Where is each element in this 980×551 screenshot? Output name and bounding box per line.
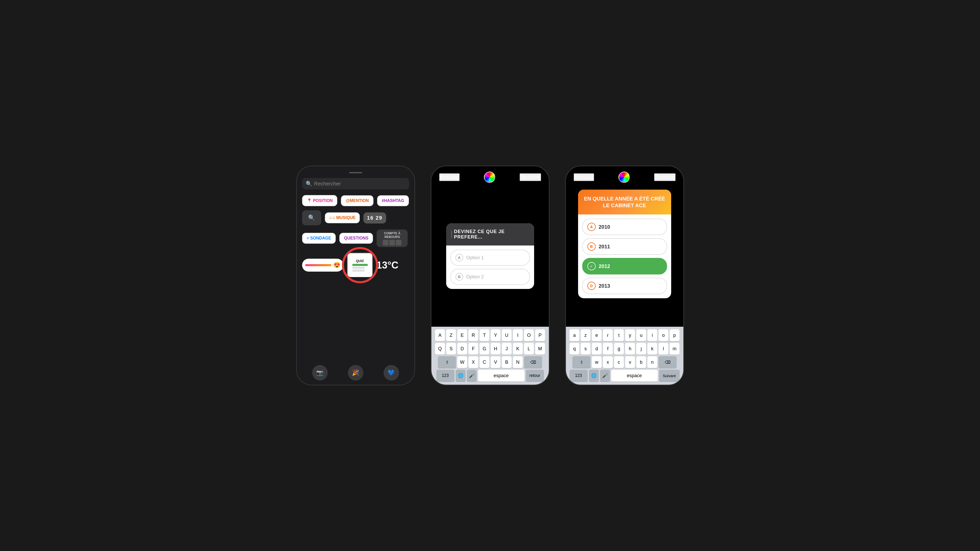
key-globe[interactable]: 🌐 bbox=[456, 369, 466, 382]
key3-y[interactable]: y bbox=[625, 329, 635, 341]
key3-f[interactable]: f bbox=[603, 343, 613, 355]
search-icon: 🔍 bbox=[306, 181, 312, 187]
answer-option-a[interactable]: A 2010 bbox=[582, 218, 667, 235]
key3-a[interactable]: a bbox=[570, 329, 579, 341]
phone-2: Annuler Terminé DEVINEZ CE QUE JE PREFER… bbox=[431, 166, 550, 385]
key3-n[interactable]: n bbox=[648, 356, 657, 368]
key-t[interactable]: T bbox=[479, 329, 489, 341]
sticker-camera-icon[interactable]: 📷 bbox=[312, 365, 328, 381]
key3-r[interactable]: r bbox=[603, 329, 613, 341]
key3-h[interactable]: h bbox=[625, 343, 635, 355]
key3-c[interactable]: c bbox=[614, 356, 624, 368]
key-x[interactable]: X bbox=[468, 356, 478, 368]
key3-m[interactable]: m bbox=[670, 343, 679, 355]
done-button-3[interactable]: Terminé bbox=[654, 173, 675, 181]
key-s[interactable]: S bbox=[446, 343, 456, 355]
key-k[interactable]: K bbox=[513, 343, 523, 355]
key-l[interactable]: L bbox=[524, 343, 534, 355]
key-space[interactable]: espace bbox=[478, 369, 525, 382]
key-r[interactable]: R bbox=[468, 329, 478, 341]
key3-space[interactable]: espace bbox=[611, 369, 658, 382]
key3-suivant[interactable]: Suivant bbox=[659, 369, 680, 382]
color-wheel[interactable] bbox=[484, 172, 495, 183]
sticker-emoji-icon[interactable]: 🎉 bbox=[348, 365, 363, 381]
done-button[interactable]: Terminé bbox=[520, 173, 541, 181]
sticker-heart-icon[interactable]: 💙 bbox=[383, 365, 399, 381]
key3-z[interactable]: z bbox=[581, 329, 590, 341]
key-shift[interactable]: ⇧ bbox=[438, 356, 456, 368]
countdown-sticker[interactable]: COMPTE À REBOURS bbox=[377, 229, 407, 247]
key-b[interactable]: B bbox=[502, 356, 512, 368]
slider-sticker[interactable]: 😍 bbox=[302, 259, 344, 272]
key3-v[interactable]: v bbox=[625, 356, 635, 368]
text-cursor bbox=[451, 231, 452, 238]
temperature-sticker[interactable]: 13°C bbox=[377, 260, 399, 271]
key-o[interactable]: O bbox=[524, 329, 534, 341]
mention-sticker[interactable]: @MENTION bbox=[341, 195, 373, 206]
key-q[interactable]: Q bbox=[435, 343, 445, 355]
answer-option-c[interactable]: ✓ 2012 bbox=[582, 258, 667, 274]
key-n[interactable]: N bbox=[513, 356, 523, 368]
position-sticker[interactable]: 📍 POSITION bbox=[302, 195, 337, 206]
key-123[interactable]: 123 bbox=[436, 369, 455, 382]
key-backspace[interactable]: ⌫ bbox=[524, 356, 542, 368]
key-p[interactable]: P bbox=[535, 329, 545, 341]
key3-x[interactable]: x bbox=[603, 356, 613, 368]
music-sticker[interactable]: ♫♫ MUSIQUE bbox=[325, 212, 360, 223]
key3-t[interactable]: t bbox=[614, 329, 624, 341]
key3-l[interactable]: l bbox=[659, 343, 668, 355]
key3-g[interactable]: g bbox=[614, 343, 624, 355]
key3-e[interactable]: e bbox=[592, 329, 601, 341]
quiz-option-a[interactable]: A Option 1 bbox=[450, 250, 530, 266]
key-y[interactable]: Y bbox=[491, 329, 501, 341]
color-wheel-3[interactable] bbox=[619, 172, 630, 183]
quiz-sticker[interactable]: QUIZ bbox=[347, 253, 373, 277]
hashtag-sticker[interactable]: #HASHTAG bbox=[377, 195, 409, 206]
cancel-button[interactable]: Annuler bbox=[439, 173, 460, 181]
key3-j[interactable]: j bbox=[636, 343, 646, 355]
search-sticker-box[interactable]: 🔍 bbox=[302, 210, 321, 225]
key-return[interactable]: retour bbox=[526, 369, 544, 382]
questions-sticker[interactable]: QUESTIONS bbox=[339, 233, 373, 244]
key3-backspace[interactable]: ⌫ bbox=[659, 356, 677, 368]
key-c[interactable]: C bbox=[479, 356, 489, 368]
key-w[interactable]: W bbox=[457, 356, 467, 368]
key3-mic[interactable]: 🎤 bbox=[600, 369, 610, 382]
key-f[interactable]: F bbox=[468, 343, 478, 355]
key3-p[interactable]: p bbox=[670, 329, 679, 341]
key3-s[interactable]: s bbox=[581, 343, 590, 355]
key-i[interactable]: I bbox=[513, 329, 523, 341]
key3-w[interactable]: w bbox=[592, 356, 601, 368]
quiz-option-b[interactable]: B Option 2 bbox=[450, 269, 530, 285]
key-d[interactable]: D bbox=[457, 343, 467, 355]
key-m[interactable]: M bbox=[535, 343, 545, 355]
answer-text-b: 2011 bbox=[599, 244, 610, 250]
key3-k[interactable]: k bbox=[648, 343, 657, 355]
key3-i[interactable]: i bbox=[648, 329, 657, 341]
cancel-button-3[interactable]: Annuler bbox=[574, 173, 594, 181]
key3-b[interactable]: b bbox=[636, 356, 646, 368]
key3-q[interactable]: q bbox=[570, 343, 579, 355]
quiz-question-area[interactable]: DEVINEZ CE QUE JE PREFERE... bbox=[446, 223, 534, 245]
key-h[interactable]: H bbox=[491, 343, 501, 355]
key3-u[interactable]: u bbox=[636, 329, 646, 341]
search-bar[interactable]: 🔍 Rechercher bbox=[302, 178, 409, 190]
key-u[interactable]: U bbox=[502, 329, 512, 341]
answer-option-d[interactable]: D 2013 bbox=[582, 277, 667, 294]
key-a[interactable]: A bbox=[435, 329, 445, 341]
key-j[interactable]: J bbox=[502, 343, 512, 355]
key-e[interactable]: E bbox=[457, 329, 467, 341]
key-z[interactable]: Z bbox=[446, 329, 456, 341]
key3-123[interactable]: 123 bbox=[570, 369, 588, 382]
sondage-sticker[interactable]: ≡ SONDAGE bbox=[302, 233, 336, 244]
key3-globe[interactable]: 🌐 bbox=[589, 369, 599, 382]
key3-d[interactable]: d bbox=[592, 343, 601, 355]
key-mic[interactable]: 🎤 bbox=[467, 369, 477, 382]
key3-o[interactable]: o bbox=[659, 329, 668, 341]
key-v[interactable]: V bbox=[491, 356, 501, 368]
answer-option-b[interactable]: B 2011 bbox=[582, 238, 667, 255]
sticker-row-2: 🔍 ♫♫ MUSIQUE 16 29 bbox=[302, 210, 409, 225]
key-g[interactable]: G bbox=[479, 343, 489, 355]
time-sticker[interactable]: 16 29 bbox=[363, 212, 386, 223]
key3-shift[interactable]: ⇧ bbox=[573, 356, 590, 368]
